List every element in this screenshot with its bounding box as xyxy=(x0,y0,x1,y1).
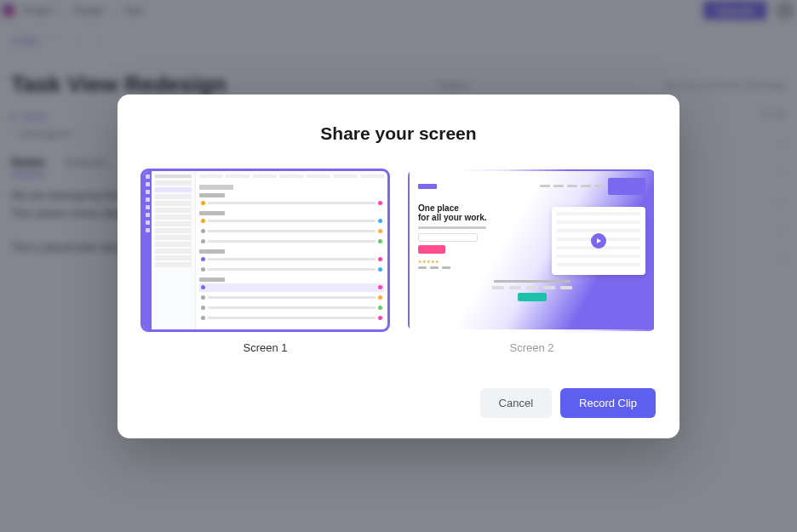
screen-1-thumbnail xyxy=(141,169,389,331)
screen-2-thumbnail: One placefor all your work. ★★★★★ xyxy=(408,169,656,331)
screen-1-label: Screen 1 xyxy=(141,341,389,354)
modal-actions: Cancel Record Clip xyxy=(141,388,656,418)
share-screen-modal: Share your screen xyxy=(118,94,679,438)
play-icon xyxy=(591,233,606,249)
screen-2-label: Screen 2 xyxy=(408,341,656,354)
cancel-button[interactable]: Cancel xyxy=(480,388,552,418)
screen-options: Screen 1 One placefor all your work. ★★★… xyxy=(141,169,656,354)
screen-option-1[interactable]: Screen 1 xyxy=(141,169,389,354)
record-clip-button[interactable]: Record Clip xyxy=(560,388,656,418)
screen-option-2[interactable]: One placefor all your work. ★★★★★ Screen xyxy=(408,169,656,354)
modal-title: Share your screen xyxy=(141,123,656,144)
